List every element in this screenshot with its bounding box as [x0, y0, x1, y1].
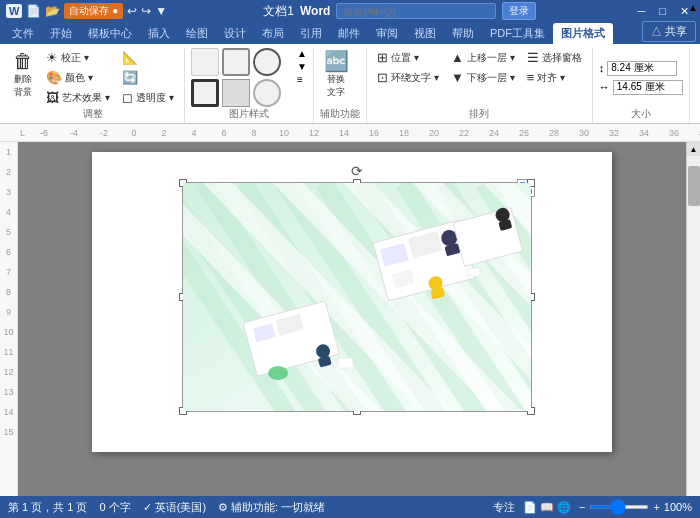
color-btn[interactable]: 🎨 颜色 ▾	[42, 68, 114, 87]
tab-home[interactable]: 开始	[42, 23, 80, 44]
tab-design[interactable]: 设计	[216, 23, 254, 44]
scroll-thumb[interactable]	[688, 166, 700, 206]
svg-point-36	[268, 366, 288, 380]
image-content	[183, 183, 531, 411]
select-pane-icon: ☰	[527, 50, 539, 65]
width-input[interactable]	[607, 61, 677, 76]
style-preset-6[interactable]	[253, 79, 281, 107]
login-button[interactable]: 登录	[502, 2, 536, 20]
title-bar-left: W 📄 📂 自动保存 ● ↩ ↪ ▼	[6, 3, 167, 19]
ribbon-group-adjust: 🗑 删除背景 ☀ 校正 ▾ 🎨 颜色 ▾ 🖼 艺术效果 ▾	[4, 48, 185, 123]
tab-layout[interactable]: 布局	[254, 23, 292, 44]
ribbon-tabs: 文件 开始 模板中心 插入 绘图 设计 布局 引用 邮件 审阅 视图 帮助 PD…	[0, 22, 700, 44]
status-left: 第 1 页，共 1 页 0 个字 ✓ 英语(美国) ⚙ 辅助功能: 一切就绪	[8, 500, 325, 515]
arrange-col1: ⊞ 位置▾ ⊡ 环绕文字▾	[373, 48, 443, 87]
ribbon-group-size: ↕ ↔ 大小	[595, 48, 690, 123]
tab-view[interactable]: 视图	[406, 23, 444, 44]
ribbon: 🗑 删除背景 ☀ 校正 ▾ 🎨 颜色 ▾ 🖼 艺术效果 ▾	[0, 44, 700, 124]
style-up-btn[interactable]: ▲	[297, 48, 307, 59]
height-input[interactable]	[613, 80, 683, 95]
svg-rect-37	[338, 358, 353, 368]
zoom-level[interactable]: 100%	[664, 501, 692, 513]
tab-mail[interactable]: 邮件	[330, 23, 368, 44]
autosave-btn[interactable]: 自动保存 ●	[64, 3, 123, 19]
correct-btn[interactable]: ☀ 校正 ▾	[42, 48, 114, 67]
style-preset-2[interactable]	[222, 48, 250, 76]
above-btn[interactable]: ▲ 上移一层▾	[447, 48, 519, 67]
tab-pdf[interactable]: PDF工具集	[482, 23, 553, 44]
style-preset-5[interactable]	[222, 79, 250, 107]
style-preset-4[interactable]	[191, 79, 219, 107]
word-count[interactable]: 0 个字	[99, 500, 130, 515]
ribbon-expand-btn[interactable]: ▲	[688, 2, 698, 13]
compress-btn[interactable]: 📐	[118, 48, 178, 67]
select-pane-btn[interactable]: ☰ 选择窗格	[523, 48, 586, 67]
word-logo: W	[6, 4, 22, 18]
change-icon: 🔄	[122, 70, 138, 85]
more-tools-icon[interactable]: ▼	[155, 4, 167, 18]
position-btn[interactable]: ⊞ 位置▾	[373, 48, 443, 67]
style-presets	[191, 48, 291, 107]
arrange-items: ⊞ 位置▾ ⊡ 环绕文字▾ ▲ 上移一层▾ ▼ 下移一层▾	[373, 48, 586, 107]
rotate-handle[interactable]: ⟳	[351, 163, 363, 175]
arrange-col2: ▲ 上移一层▾ ▼ 下移一层▾	[447, 48, 519, 87]
ribbon-group-picture-style: ▲ ▼ ≡ 图片样式	[187, 48, 314, 123]
size-label: 大小	[631, 107, 651, 123]
remove-bg-btn[interactable]: 🗑 删除背景	[8, 48, 38, 102]
search-input[interactable]	[336, 3, 496, 19]
language[interactable]: ✓ 英语(美国)	[143, 500, 206, 515]
share-button[interactable]: △ 共享	[642, 21, 696, 42]
position-icon: ⊞	[377, 50, 388, 65]
replace-text-btn[interactable]: 🔤 替换文字	[320, 48, 353, 102]
style-down-btn[interactable]: ▼	[297, 61, 307, 72]
check-icon: ✓	[143, 501, 152, 513]
align-icon: ≡	[527, 70, 535, 85]
transparent-icon: ◻	[122, 90, 133, 105]
arrange-label: 排列	[469, 107, 489, 123]
ribbon-group-arrange: ⊞ 位置▾ ⊡ 环绕文字▾ ▲ 上移一层▾ ▼ 下移一层▾	[369, 48, 593, 123]
document-area[interactable]: ⟳	[18, 142, 686, 496]
zoom-in-icon[interactable]: +	[653, 501, 659, 513]
tab-insert[interactable]: 插入	[140, 23, 178, 44]
redo-icon[interactable]: ↪	[141, 4, 151, 18]
scrollbar-vertical[interactable]: ▲	[686, 142, 700, 496]
open-icon[interactable]: 📂	[45, 4, 60, 18]
zoom-range[interactable]	[589, 505, 649, 509]
title-bar-center: 文档1 Word 登录	[263, 2, 536, 20]
read-view-icon[interactable]: 📖	[540, 501, 554, 514]
art-effect-btn[interactable]: 🖼 艺术效果 ▾	[42, 88, 114, 107]
below-btn[interactable]: ▼ 下移一层▾	[447, 68, 519, 87]
scroll-up-btn[interactable]: ▲	[687, 142, 701, 156]
tab-file[interactable]: 文件	[4, 23, 42, 44]
tab-picture[interactable]: 图片格式	[553, 23, 613, 44]
tab-review[interactable]: 审阅	[368, 23, 406, 44]
tab-template[interactable]: 模板中心	[80, 23, 140, 44]
adjust-col2: 📐 🔄 ◻ 透明度 ▾	[118, 48, 178, 107]
change-picture-btn[interactable]: 🔄	[118, 68, 178, 87]
focus-btn[interactable]: 专注	[493, 500, 515, 515]
below-icon: ▼	[451, 70, 464, 85]
style-preset-3[interactable]	[253, 48, 281, 76]
image-container[interactable]: ⟳	[182, 182, 532, 412]
replace-text-icon: 🔤	[324, 51, 349, 71]
style-preset-1[interactable]	[191, 48, 219, 76]
zoom-out-icon[interactable]: −	[579, 501, 585, 513]
zoom-slider[interactable]: − + 100%	[579, 501, 692, 513]
undo-icon[interactable]: ↩	[127, 4, 137, 18]
page-count[interactable]: 第 1 页，共 1 页	[8, 500, 87, 515]
tab-draw[interactable]: 绘图	[178, 23, 216, 44]
web-view-icon[interactable]: 🌐	[557, 501, 571, 514]
title-bar: W 📄 📂 自动保存 ● ↩ ↪ ▼ 文档1 Word 登录 ─ □ ✕	[0, 0, 700, 22]
tab-help[interactable]: 帮助	[444, 23, 482, 44]
restore-button[interactable]: □	[654, 5, 671, 17]
art-effect-icon: 🖼	[46, 90, 59, 105]
minimize-button[interactable]: ─	[633, 5, 651, 17]
new-icon[interactable]: 📄	[26, 4, 41, 18]
style-more-btn[interactable]: ≡	[297, 74, 307, 85]
tab-ref[interactable]: 引用	[292, 23, 330, 44]
print-view-icon[interactable]: 📄	[523, 501, 537, 514]
wrap-text-btn[interactable]: ⊡ 环绕文字▾	[373, 68, 443, 87]
transparent-btn[interactable]: ◻ 透明度 ▾	[118, 88, 178, 107]
align-btn[interactable]: ≡ 对齐▾	[523, 68, 586, 87]
accessibility[interactable]: ⚙ 辅助功能: 一切就绪	[218, 500, 325, 515]
